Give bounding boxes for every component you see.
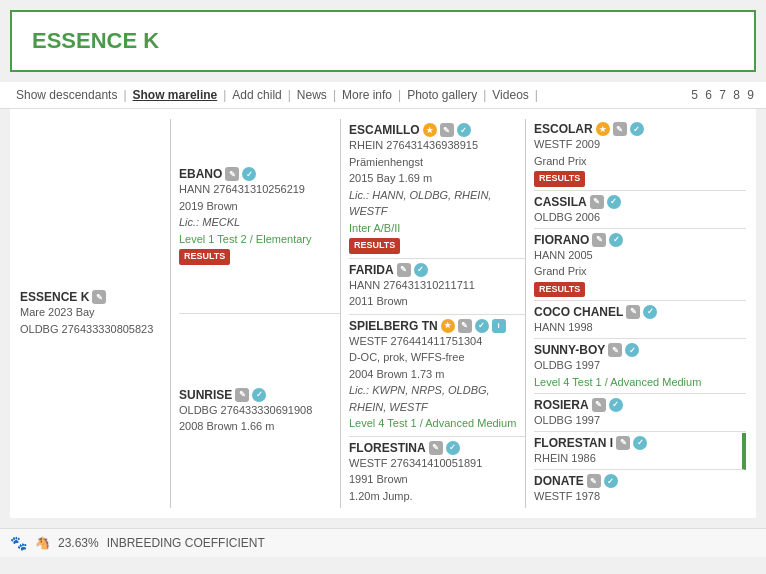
florestina-detail: WESTF 276341410051891 1991 Brown 1.20m J… [349, 455, 525, 505]
content-area: ESSENCE K ✎ Mare 2023 Bay OLDBG 27643333… [10, 109, 756, 518]
col2-dam: SUNRISE ✎ ✓ OLDBG 276433330691908 2008 B… [179, 314, 340, 508]
florestan-name: FLORESTAN I ✎ ✓ [534, 436, 742, 450]
footer-bar: 🐾 🐴 23.63% INBREEDING COEFFICIENT [0, 528, 766, 557]
main-horse-detail: Mare 2023 Bay OLDBG 276433330805823 [20, 304, 153, 337]
nav-bar: Show descendants | Show mareline | Add c… [0, 82, 766, 109]
ebano-info-icon[interactable]: ✓ [242, 167, 256, 181]
escamillo-gold-icon: ★ [423, 123, 437, 137]
farida-card: FARIDA ✎ ✓ HANN 276431310211711 2011 Bro… [349, 259, 525, 315]
coco-edit-icon[interactable]: ✎ [626, 305, 640, 319]
sunny-detail: OLDBG 1997 Level 4 Test 1 / Advanced Med… [534, 357, 746, 390]
farida-detail: HANN 276431310211711 2011 Brown [349, 277, 525, 310]
fiorano-results: RESULTS [534, 282, 585, 298]
spielberg-info-icon[interactable]: ✓ [475, 319, 489, 333]
sunny-info-icon[interactable]: ✓ [625, 343, 639, 357]
escolar-info-icon[interactable]: ✓ [630, 122, 644, 136]
fiorano-card: FIORANO ✎ ✓ HANN 2005 Grand Prix RESULTS [534, 230, 746, 302]
escamillo-name: ESCAMILLO ★ ✎ ✓ [349, 123, 525, 137]
rosiera-name: ROSIERA ✎ ✓ [534, 398, 746, 412]
nav-news[interactable]: News [291, 88, 333, 102]
escamillo-card: ESCAMILLO ★ ✎ ✓ RHEIN 276431436938915 Pr… [349, 119, 525, 259]
fiorano-edit-icon[interactable]: ✎ [592, 233, 606, 247]
nav-photo-gallery[interactable]: Photo gallery [401, 88, 483, 102]
coco-chanel-name: COCO CHANEL ✎ ✓ [534, 305, 746, 319]
spielberg-edit-icon[interactable]: ✎ [458, 319, 472, 333]
pedigree-tree: ESSENCE K ✎ Mare 2023 Bay OLDBG 27643333… [20, 119, 746, 508]
ebano-name: EBANO ✎ ✓ [179, 167, 311, 181]
sunrise-edit-icon[interactable]: ✎ [235, 388, 249, 402]
farida-edit-icon[interactable]: ✎ [397, 263, 411, 277]
cassila-info-icon[interactable]: ✓ [607, 195, 621, 209]
inbreeding-icon: 🐾 [10, 535, 27, 551]
spielberg-name: SPIELBERG TN ★ ✎ ✓ i [349, 319, 525, 333]
sunrise-info-icon[interactable]: ✓ [252, 388, 266, 402]
farida-info-icon[interactable]: ✓ [414, 263, 428, 277]
spielberg-gold-icon: ★ [441, 319, 455, 333]
escamillo-edit-icon[interactable]: ✎ [440, 123, 454, 137]
fiorano-detail: HANN 2005 Grand Prix RESULTS [534, 247, 746, 298]
escamillo-info-icon[interactable]: ✓ [457, 123, 471, 137]
escolar-edit-icon[interactable]: ✎ [613, 122, 627, 136]
col-4-great-grandparents: ESCOLAR ★ ✎ ✓ WESTF 2009 Grand Prix RESU… [525, 119, 746, 508]
florestina-edit-icon[interactable]: ✎ [429, 441, 443, 455]
col2-sire: EBANO ✎ ✓ HANN 276431310256219 2019 Brow… [179, 119, 340, 314]
florestan-info-icon[interactable]: ✓ [633, 436, 647, 450]
donate-info-icon[interactable]: ✓ [604, 474, 618, 488]
florestan-card: FLORESTAN I ✎ ✓ RHEIN 1986 [534, 433, 746, 471]
spielberg-badge2: i [492, 319, 506, 333]
sunrise-detail: OLDBG 276433330691908 2008 Brown 1.66 m [179, 402, 312, 435]
spielberg-detail: WESTF 276441411751304 D-OC, prok, WFFS-f… [349, 333, 525, 432]
rosiera-card: ROSIERA ✎ ✓ OLDBG 1997 [534, 395, 746, 433]
cassila-edit-icon[interactable]: ✎ [590, 195, 604, 209]
escamillo-detail: RHEIN 276431436938915 Prämienhengst 2015… [349, 137, 525, 254]
coco-chanel-card: COCO CHANEL ✎ ✓ HANN 1998 [534, 302, 746, 340]
donate-card: DONATE ✎ ✓ WESTF 1978 [534, 471, 746, 508]
fiorano-name: FIORANO ✎ ✓ [534, 233, 746, 247]
rosiera-info-icon[interactable]: ✓ [609, 398, 623, 412]
nav-add-child[interactable]: Add child [226, 88, 287, 102]
page-title: ESSENCE K [32, 28, 734, 54]
inbreeding-percentage: 23.63% [58, 536, 99, 550]
escolar-results: RESULTS [534, 171, 585, 187]
col-1-main-horse: ESSENCE K ✎ Mare 2023 Bay OLDBG 27643333… [20, 119, 170, 508]
header-box: ESSENCE K [10, 10, 756, 72]
farida-name: FARIDA ✎ ✓ [349, 263, 525, 277]
edit-icon[interactable]: ✎ [92, 290, 106, 304]
spielberg-card: SPIELBERG TN ★ ✎ ✓ i WESTF 2764414117513… [349, 315, 525, 437]
rosiera-detail: OLDBG 1997 [534, 412, 746, 429]
ebano-results: RESULTS [179, 249, 230, 265]
florestina-card: FLORESTINA ✎ ✓ WESTF 276341410051891 199… [349, 437, 525, 509]
main-horse-name: ESSENCE K ✎ [20, 290, 106, 304]
escolar-gold-icon: ★ [596, 122, 610, 136]
sunny-edit-icon[interactable]: ✎ [608, 343, 622, 357]
sunny-boy-card: SUNNY-BOY ✎ ✓ OLDBG 1997 Level 4 Test 1 … [534, 340, 746, 394]
ebano-edit-icon[interactable]: ✎ [225, 167, 239, 181]
donate-edit-icon[interactable]: ✎ [587, 474, 601, 488]
escolar-detail: WESTF 2009 Grand Prix RESULTS [534, 136, 746, 187]
cassila-card: CASSILA ✎ ✓ OLDBG 2006 [534, 192, 746, 230]
escolar-card: ESCOLAR ★ ✎ ✓ WESTF 2009 Grand Prix RESU… [534, 119, 746, 191]
donate-detail: WESTF 1978 [534, 488, 746, 505]
florestina-info-icon[interactable]: ✓ [446, 441, 460, 455]
rosiera-edit-icon[interactable]: ✎ [592, 398, 606, 412]
nav-more-info[interactable]: More info [336, 88, 398, 102]
nav-show-mareline[interactable]: Show mareline [127, 88, 224, 102]
florestan-edit-icon[interactable]: ✎ [616, 436, 630, 450]
florestina-name: FLORESTINA ✎ ✓ [349, 441, 525, 455]
florestan-detail: RHEIN 1986 [534, 450, 742, 467]
nav-show-descendants[interactable]: Show descendants [10, 88, 123, 102]
ebano-detail: HANN 276431310256219 2019 Brown Lic.: ME… [179, 181, 311, 265]
sunrise-name: SUNRISE ✎ ✓ [179, 388, 312, 402]
cassila-detail: OLDBG 2006 [534, 209, 746, 226]
fiorano-info-icon[interactable]: ✓ [609, 233, 623, 247]
coco-detail: HANN 1998 [534, 319, 746, 336]
donate-name: DONATE ✎ ✓ [534, 474, 746, 488]
horse-icon: 🐴 [35, 536, 50, 550]
col-2-parents: EBANO ✎ ✓ HANN 276431310256219 2019 Brow… [170, 119, 340, 508]
nav-videos[interactable]: Videos [486, 88, 534, 102]
escamillo-results: RESULTS [349, 238, 400, 254]
coco-info-icon[interactable]: ✓ [643, 305, 657, 319]
sunny-boy-name: SUNNY-BOY ✎ ✓ [534, 343, 746, 357]
escolar-name: ESCOLAR ★ ✎ ✓ [534, 122, 746, 136]
col-3-grandparents: ESCAMILLO ★ ✎ ✓ RHEIN 276431436938915 Pr… [340, 119, 525, 508]
